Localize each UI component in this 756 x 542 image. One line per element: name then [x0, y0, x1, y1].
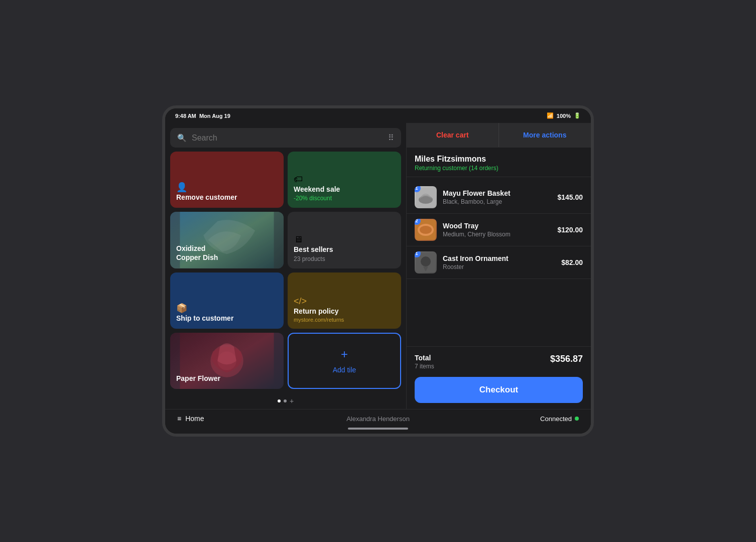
customer-status: Returning customer (14 orders)	[415, 165, 583, 172]
search-icon: 🔍	[177, 133, 187, 143]
page-dot-2[interactable]	[284, 399, 287, 402]
cart-actions: Clear cart More actions	[407, 123, 591, 148]
item-details-2: Wood Tray Medium, Cherry Blossom	[443, 222, 551, 238]
tile-weekend-sale-sublabel: -20% discount	[294, 195, 395, 202]
more-actions-button[interactable]: More actions	[499, 123, 591, 147]
tablet-frame: 9:48 AM Mon Aug 19 📶 100% 🔋 🔍 ⠿ 👤 Remove	[162, 105, 594, 437]
svg-point-10	[421, 256, 431, 266]
ship-icon: 📦	[176, 303, 278, 314]
checkout-button[interactable]: Checkout	[415, 377, 583, 403]
tile-ship-to-customer[interactable]: 📦 Ship to customer	[170, 273, 284, 329]
bottom-bar: ≡ Home Alexandra Henderson Connected	[165, 409, 591, 426]
page-dots: +	[170, 393, 401, 409]
add-page-icon[interactable]: +	[290, 397, 294, 405]
right-panel: Clear cart More actions Miles Fitzsimmon…	[406, 123, 591, 409]
status-right: 📶 100% 🔋	[547, 112, 581, 119]
total-price: $356.87	[550, 354, 583, 364]
total-label: Total	[415, 354, 434, 362]
tile-weekend-sale-label: Weekend sale	[294, 185, 395, 194]
customer-info: Miles Fitzsimmons Returning customer (14…	[407, 148, 591, 177]
tile-add[interactable]: + Add tile	[288, 333, 401, 389]
main-content: 🔍 ⠿ 👤 Remove customer 🏷 Weekend sale -20…	[165, 123, 591, 409]
tile-paper-flower-label: Paper Flower	[176, 374, 278, 383]
tile-best-sellers[interactable]: 🖥 Best sellers 23 products	[288, 212, 401, 268]
home-label: Home	[185, 415, 204, 423]
clear-cart-button[interactable]: Clear cart	[407, 123, 499, 147]
cart-item-1[interactable]: 1 Mayu Flower Basket Black, Bamboo, Larg…	[407, 181, 591, 214]
current-user: Alexandra Henderson	[237, 415, 519, 423]
cart-item-3[interactable]: 1 Cast Iron Ornament Rooster $82.00	[407, 246, 591, 279]
hamburger-icon: ≡	[177, 415, 181, 423]
item-details-1: Mayu Flower Basket Black, Bamboo, Large	[443, 189, 551, 205]
discount-icon: 🏷	[294, 174, 395, 185]
display-icon: 🖥	[294, 234, 395, 245]
search-bar[interactable]: 🔍 ⠿	[170, 128, 401, 148]
status-time-date: 9:48 AM Mon Aug 19	[175, 113, 230, 119]
tile-best-sellers-sublabel: 23 products	[294, 255, 395, 262]
tile-paper-flower[interactable]: Paper Flower	[170, 333, 284, 389]
item-img-wrap-1: 1	[415, 186, 437, 208]
total-items: 7 items	[415, 363, 434, 370]
tile-remove-customer-label: Remove customer	[176, 193, 278, 202]
tile-return-policy[interactable]: </> Return policy mystore.com/returns	[288, 273, 401, 329]
status-date: Mon Aug 19	[199, 113, 230, 119]
item-img-wrap-2: 2	[415, 219, 437, 241]
person-icon: 👤	[176, 182, 278, 193]
home-bar	[348, 428, 408, 430]
connection-dot	[575, 417, 579, 421]
item-name-2: Wood Tray	[443, 222, 551, 230]
tile-ship-label: Ship to customer	[176, 314, 278, 323]
battery-icon: 🔋	[574, 112, 581, 119]
left-panel: 🔍 ⠿ 👤 Remove customer 🏷 Weekend sale -20…	[165, 123, 406, 409]
connection-status: Connected	[519, 415, 579, 423]
item-variant-2: Medium, Cherry Blossom	[443, 231, 551, 238]
tile-add-label: Add tile	[333, 365, 356, 374]
barcode-icon[interactable]: ⠿	[388, 133, 394, 143]
item-variant-1: Black, Bamboo, Large	[443, 198, 551, 205]
item-name-1: Mayu Flower Basket	[443, 189, 551, 197]
connection-label: Connected	[540, 415, 572, 423]
cart-item-2[interactable]: 2 Wood Tray Medium, Cherry Blossom $120.…	[407, 214, 591, 246]
item-price-3: $82.00	[561, 258, 583, 266]
item-name-3: Cast Iron Ornament	[443, 254, 555, 262]
status-bar: 9:48 AM Mon Aug 19 📶 100% 🔋	[165, 108, 591, 123]
cart-items: 1 Mayu Flower Basket Black, Bamboo, Larg…	[407, 177, 591, 346]
tile-return-label: Return policy	[294, 307, 395, 316]
home-indicator	[165, 426, 591, 434]
add-icon: +	[341, 347, 348, 361]
tiles-grid: 👤 Remove customer 🏷 Weekend sale -20% di…	[170, 152, 401, 389]
tile-oxidized-copper-dish[interactable]: Oxidized Copper Dish	[170, 212, 284, 268]
item-details-3: Cast Iron Ornament Rooster	[443, 254, 555, 270]
item-img-wrap-3: 1	[415, 251, 437, 274]
home-nav[interactable]: ≡ Home	[177, 415, 237, 423]
wifi-icon: 📶	[547, 112, 554, 119]
svg-point-8	[420, 226, 432, 234]
customer-name: Miles Fitzsimmons	[415, 155, 583, 164]
total-info: Total 7 items	[415, 354, 434, 370]
search-input[interactable]	[192, 133, 383, 143]
tile-remove-customer[interactable]: 👤 Remove customer	[170, 152, 284, 208]
battery-label: 100%	[557, 113, 571, 119]
tile-best-sellers-label: Best sellers	[294, 245, 395, 254]
item-price-2: $120.00	[557, 226, 583, 234]
page-dot-1[interactable]	[278, 399, 281, 402]
status-time: 9:48 AM	[175, 113, 196, 119]
tile-weekend-sale[interactable]: 🏷 Weekend sale -20% discount	[288, 152, 401, 208]
code-icon: </>	[294, 296, 395, 307]
cart-total: Total 7 items $356.87	[407, 346, 591, 377]
item-price-1: $145.00	[557, 193, 583, 201]
tile-oxidized-label: Oxidized Copper Dish	[176, 244, 278, 262]
item-variant-3: Rooster	[443, 263, 555, 270]
tile-return-link: mystore.com/returns	[294, 317, 395, 323]
